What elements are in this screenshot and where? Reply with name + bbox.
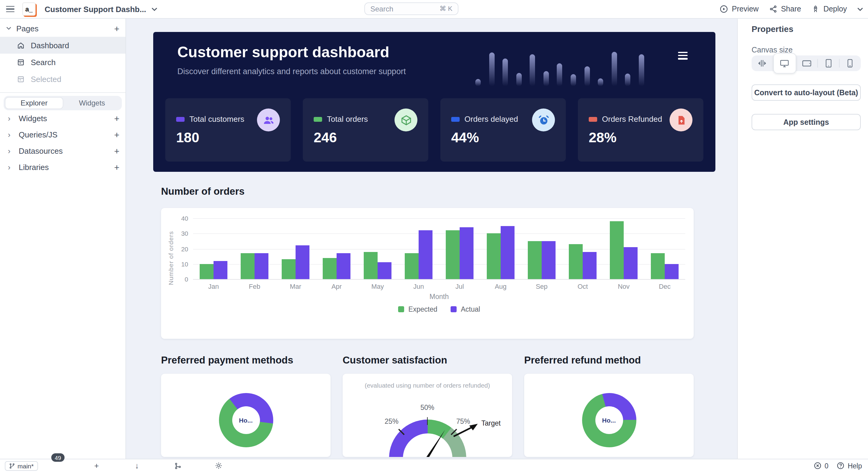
search-input[interactable]: Search ⌘ K — [364, 2, 459, 15]
refund-method-donut-chart[interactable]: Ho... — [524, 374, 694, 457]
canvas[interactable]: Customer support dashboard Discover diff… — [125, 18, 738, 459]
bar-actual-feb[interactable] — [254, 253, 269, 279]
bar-actual-oct[interactable] — [583, 252, 596, 279]
bar-actual-aug[interactable] — [501, 226, 515, 279]
legend-item-expected[interactable]: Expected — [398, 306, 437, 313]
bar-actual-apr[interactable] — [337, 253, 350, 279]
sidebar-section-datasources[interactable]: ›Datasources+ — [0, 143, 125, 159]
canvas-size-desktop-icon[interactable] — [773, 53, 796, 73]
bar-actual-mar[interactable] — [296, 246, 309, 279]
y-tick-label: 30 — [181, 230, 188, 237]
section-add-button[interactable]: + — [114, 114, 119, 123]
hero-container-widget[interactable]: Customer support dashboard Discover diff… — [153, 32, 715, 172]
sidebar-section-widgets[interactable]: ›Widgets+ — [0, 110, 125, 127]
sidebar-item-dashboard[interactable]: Dashboard — [0, 37, 125, 54]
errors-indicator[interactable]: 0 — [814, 462, 829, 470]
legend-item-actual[interactable]: Actual — [451, 306, 480, 313]
gauge-target-label: Target — [482, 419, 501, 427]
git-merge-icon[interactable] — [173, 459, 183, 472]
tab-explorer[interactable]: Explorer — [5, 97, 63, 109]
bar-actual-sep[interactable] — [542, 241, 556, 279]
sidebar-section-queries-js[interactable]: ›Queries/JS+ — [0, 127, 125, 143]
bar-actual-jan[interactable] — [214, 261, 227, 279]
bar-expected-sep[interactable] — [528, 241, 542, 279]
help-button[interactable]: Help — [837, 462, 862, 470]
donut-plot[interactable]: Ho... — [582, 393, 636, 447]
hero-menu-icon[interactable] — [678, 52, 688, 59]
bar-expected-may[interactable] — [364, 252, 378, 279]
git-settings-gear-icon[interactable] — [213, 459, 224, 472]
app-settings-button[interactable]: App settings — [752, 114, 861, 130]
uncommitted-changes-badge: 49 — [51, 453, 65, 462]
deploy-chevron-down-icon[interactable] — [857, 7, 863, 11]
bar-expected-jun[interactable] — [405, 253, 418, 279]
section-add-button[interactable]: + — [114, 130, 119, 139]
bar-expected-jul[interactable] — [446, 230, 460, 279]
satisfaction-gauge-chart[interactable]: (evaluated using number of orders refund… — [343, 374, 512, 457]
payment-methods-donut-chart[interactable]: Ho... — [161, 374, 331, 457]
add-page-button[interactable]: + — [114, 24, 119, 33]
x-tick-label: Dec — [644, 283, 685, 290]
bar-expected-dec[interactable] — [651, 253, 665, 279]
sidebar-item-selected[interactable]: Selected — [0, 70, 125, 88]
bar-expected-oct[interactable] — [569, 244, 583, 279]
title-chevron-down-icon[interactable] — [152, 7, 158, 11]
stat-card-orders-refunded[interactable]: Orders Refunded28% — [578, 98, 703, 162]
git-pull-icon[interactable]: ↓ — [131, 459, 142, 472]
git-branch-button[interactable]: main* — [5, 461, 38, 471]
bar-actual-jun[interactable] — [418, 230, 433, 279]
deploy-button[interactable]: Deploy — [811, 5, 847, 13]
x-tick-label: Oct — [562, 283, 603, 290]
sidebar-section-libraries[interactable]: ›Libraries+ — [0, 159, 125, 175]
left-sidebar: Pages + DashboardSearchSelected Explorer… — [0, 18, 126, 459]
bar-actual-may[interactable] — [378, 262, 392, 279]
error-count: 0 — [825, 462, 829, 469]
share-button[interactable]: Share — [769, 5, 801, 13]
canvas-size-phone-icon[interactable] — [839, 56, 861, 71]
bar-expected-jan[interactable] — [200, 264, 214, 279]
convert-auto-layout-button[interactable]: Convert to auto-layout (Beta) — [752, 85, 861, 101]
stat-value: 180 — [176, 130, 199, 146]
orders-bar-chart[interactable]: Number of orders 010203040JanFebMarAprMa… — [161, 208, 694, 339]
stat-card-total-customers[interactable]: Total customers180 — [165, 98, 291, 162]
rocket-icon — [811, 5, 820, 13]
app-logo[interactable]: a_ — [22, 2, 36, 16]
stat-card-orders-delayed[interactable]: Orders delayed44% — [440, 98, 566, 162]
pages-header[interactable]: Pages + — [0, 22, 125, 35]
stat-card-total-orders[interactable]: Total orders246 — [303, 98, 428, 162]
git-add-icon[interactable]: + — [91, 459, 102, 472]
top-bar: a_ Customer Support Dashb... Search ⌘ K … — [0, 0, 868, 19]
git-branch-name: main* — [18, 462, 34, 470]
bar-expected-apr[interactable] — [323, 258, 337, 279]
menu-hamburger-icon[interactable] — [6, 6, 14, 12]
chevron-right-icon: › — [8, 114, 16, 123]
bar-actual-dec[interactable] — [665, 264, 679, 279]
page-label: Selected — [31, 74, 61, 83]
app-title[interactable]: Customer Support Dashb... — [44, 4, 146, 13]
canvas-size-tablet-landscape-icon[interactable] — [796, 56, 818, 71]
section-add-button[interactable]: + — [114, 146, 119, 156]
section-add-button[interactable]: + — [114, 163, 119, 172]
git-branch-icon — [9, 463, 15, 469]
bar-expected-feb[interactable] — [241, 253, 254, 279]
hero-title: Customer support dashboard — [177, 43, 390, 61]
sidebar-item-search[interactable]: Search — [0, 54, 125, 70]
x-tick-label: Jan — [193, 283, 234, 290]
bar-actual-nov[interactable] — [624, 247, 638, 279]
bar-expected-aug[interactable] — [487, 234, 501, 279]
canvas-size-fluid-icon[interactable] — [752, 56, 773, 71]
x-tick-label: Feb — [234, 283, 275, 290]
tab-widgets[interactable]: Widgets — [63, 97, 121, 109]
bar-actual-jul[interactable] — [460, 227, 473, 279]
chart-plot-area: 010203040JanFebMarAprMayJunJulAugSepOctN… — [193, 218, 685, 279]
sidebar-sections: ›Widgets+›Queries/JS+›Datasources+›Libra… — [0, 110, 125, 175]
stat-label: Total customers — [189, 114, 244, 124]
preview-button[interactable]: Preview — [720, 5, 759, 13]
donut-plot[interactable]: Ho... — [219, 393, 273, 447]
deploy-label: Deploy — [824, 5, 847, 13]
bar-expected-nov[interactable] — [610, 221, 624, 279]
canvas-size-tablet-icon[interactable] — [818, 56, 839, 71]
bar-expected-mar[interactable] — [282, 259, 296, 279]
status-bar: main* + ↓ 0 Help — [0, 459, 868, 472]
pages-label: Pages — [16, 24, 114, 33]
